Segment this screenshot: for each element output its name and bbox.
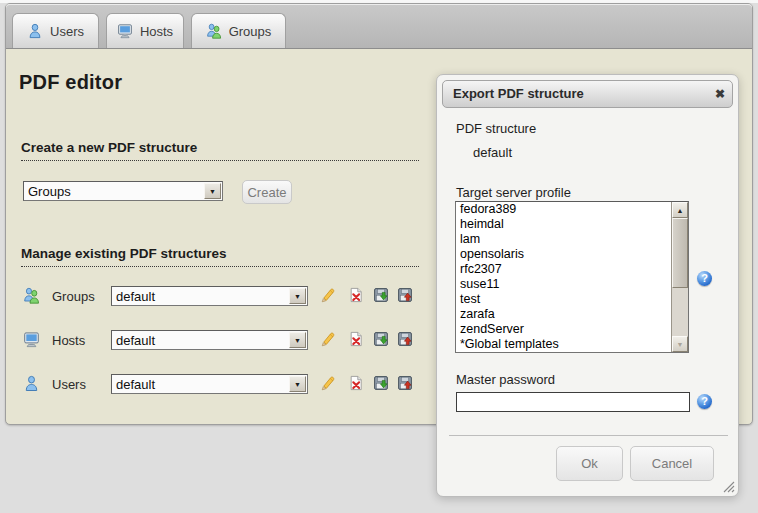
tab-bar: Users Hosts Groups <box>6 4 752 49</box>
row-label: Users <box>52 377 86 392</box>
export-icon[interactable] <box>373 331 390 348</box>
tab-hosts-label: Hosts <box>140 24 173 39</box>
create-section-heading: Create a new PDF structure <box>21 140 419 161</box>
dropdown-arrow-icon[interactable]: ▼ <box>289 288 306 304</box>
resize-handle[interactable] <box>721 479 735 493</box>
dropdown-arrow-icon[interactable]: ▼ <box>204 183 221 199</box>
structure-type-select-value: Groups <box>28 184 71 199</box>
row-label: Hosts <box>52 333 85 348</box>
list-item[interactable]: suse11 <box>456 277 688 292</box>
manage-row-hosts: Hosts default ▼ <box>6 330 436 352</box>
server-profile-listbox[interactable]: fedora389 heimdal lam opensolaris rfc230… <box>455 201 689 353</box>
tab-groups[interactable]: Groups <box>191 13 286 48</box>
help-icon[interactable]: ? <box>697 394 712 409</box>
master-password-input[interactable] <box>456 392 690 412</box>
structure-type-select[interactable]: Groups ▼ <box>23 181 223 201</box>
dialog-footer-divider <box>449 435 728 436</box>
list-item[interactable]: zarafa <box>456 307 688 322</box>
list-item[interactable]: test <box>456 292 688 307</box>
dropdown-arrow-icon[interactable]: ▼ <box>289 332 306 348</box>
delete-icon[interactable] <box>348 375 365 392</box>
users-structure-select[interactable]: default ▼ <box>111 374 308 394</box>
edit-icon[interactable] <box>320 287 337 304</box>
listbox-scrollbar[interactable]: ▲ ▼ <box>671 202 688 352</box>
list-item[interactable]: heimdal <box>456 217 688 232</box>
user-icon <box>27 23 43 39</box>
delete-icon[interactable] <box>348 331 365 348</box>
list-item[interactable]: *Global templates <box>456 337 688 352</box>
tab-users-label: Users <box>50 24 84 39</box>
page-title: PDF editor <box>19 71 122 94</box>
scroll-up-icon[interactable]: ▲ <box>672 202 688 218</box>
list-item[interactable]: lam <box>456 232 688 247</box>
list-item[interactable]: fedora389 <box>456 202 688 217</box>
pdf-structure-value: default <box>473 145 512 160</box>
hosts-structure-select[interactable]: default ▼ <box>111 330 308 350</box>
users-icon <box>23 375 40 392</box>
edit-icon[interactable] <box>320 375 337 392</box>
tab-users[interactable]: Users <box>12 13 99 48</box>
tab-hosts[interactable]: Hosts <box>106 13 184 48</box>
import-icon[interactable] <box>397 331 414 348</box>
import-icon[interactable] <box>397 375 414 392</box>
create-button[interactable]: Create <box>242 180 292 204</box>
manage-row-groups: Groups default ▼ <box>6 286 436 308</box>
list-item[interactable]: zendServer <box>456 322 688 337</box>
list-item[interactable]: opensolaris <box>456 247 688 262</box>
export-pdf-dialog: Export PDF structure ✖ PDF structure def… <box>436 74 739 497</box>
cancel-button[interactable]: Cancel <box>630 446 714 481</box>
close-icon[interactable]: ✖ <box>711 85 729 103</box>
groups-structure-select[interactable]: default ▼ <box>111 286 308 306</box>
row-label: Groups <box>52 289 95 304</box>
hosts-structure-select-value: default <box>116 333 155 348</box>
ok-button[interactable]: Ok <box>556 446 623 481</box>
host-icon <box>117 23 133 39</box>
import-icon[interactable] <box>397 287 414 304</box>
help-icon[interactable]: ? <box>697 271 712 286</box>
dropdown-arrow-icon[interactable]: ▼ <box>289 376 306 392</box>
tab-groups-label: Groups <box>229 24 272 39</box>
scrollbar-thumb[interactable] <box>672 218 688 288</box>
groups-structure-select-value: default <box>116 289 155 304</box>
hosts-icon <box>23 331 40 348</box>
manage-row-users: Users default ▼ <box>6 374 436 396</box>
edit-icon[interactable] <box>320 331 337 348</box>
delete-icon[interactable] <box>348 287 365 304</box>
dialog-title: Export PDF structure <box>453 86 584 101</box>
scroll-down-icon[interactable]: ▼ <box>672 336 688 352</box>
users-structure-select-value: default <box>116 377 155 392</box>
dialog-titlebar[interactable]: Export PDF structure <box>442 80 733 108</box>
export-icon[interactable] <box>373 287 390 304</box>
export-icon[interactable] <box>373 375 390 392</box>
pdf-structure-label: PDF structure <box>456 121 536 136</box>
target-server-label: Target server profile <box>456 185 571 200</box>
list-item[interactable]: rfc2307 <box>456 262 688 277</box>
groups-icon <box>23 287 40 304</box>
manage-section-heading: Manage existing PDF structures <box>21 246 419 267</box>
master-password-label: Master password <box>456 372 555 387</box>
group-icon <box>206 23 222 39</box>
